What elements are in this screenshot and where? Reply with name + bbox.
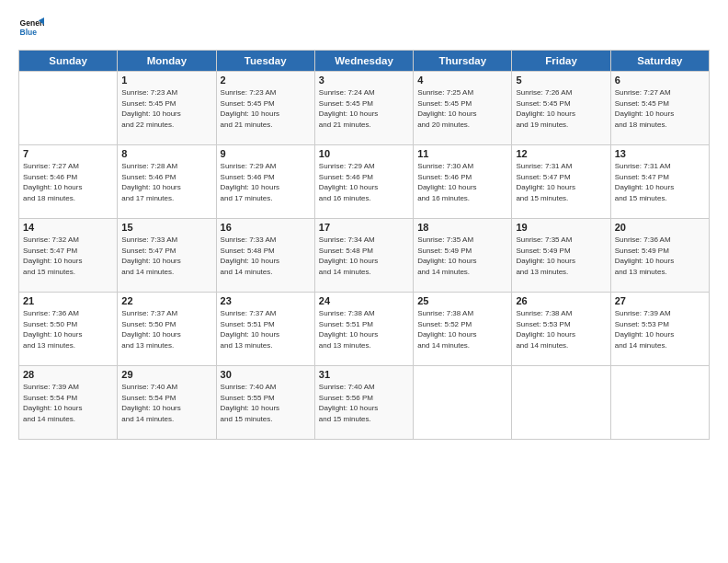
day-info: Sunrise: 7:40 AM Sunset: 5:54 PM Dayligh… xyxy=(121,382,211,424)
calendar-cell: 29Sunrise: 7:40 AM Sunset: 5:54 PM Dayli… xyxy=(118,366,216,440)
day-info: Sunrise: 7:33 AM Sunset: 5:47 PM Dayligh… xyxy=(121,235,211,277)
day-info: Sunrise: 7:28 AM Sunset: 5:46 PM Dayligh… xyxy=(121,161,211,203)
day-info: Sunrise: 7:37 AM Sunset: 5:51 PM Dayligh… xyxy=(221,308,311,350)
day-number: 14 xyxy=(23,222,113,233)
day-number: 4 xyxy=(417,75,507,86)
day-info: Sunrise: 7:33 AM Sunset: 5:48 PM Dayligh… xyxy=(221,235,311,277)
weekday-header-wednesday: Wednesday xyxy=(314,51,413,72)
day-info: Sunrise: 7:31 AM Sunset: 5:47 PM Dayligh… xyxy=(615,161,705,203)
day-number: 12 xyxy=(516,148,606,159)
day-info: Sunrise: 7:38 AM Sunset: 5:53 PM Dayligh… xyxy=(516,308,606,350)
calendar-cell: 14Sunrise: 7:32 AM Sunset: 5:47 PM Dayli… xyxy=(19,219,118,293)
calendar-cell: 24Sunrise: 7:38 AM Sunset: 5:51 PM Dayli… xyxy=(314,293,413,366)
calendar-cell: 16Sunrise: 7:33 AM Sunset: 5:48 PM Dayli… xyxy=(216,219,314,293)
calendar-cell: 5Sunrise: 7:26 AM Sunset: 5:45 PM Daylig… xyxy=(512,72,610,145)
calendar-cell: 31Sunrise: 7:40 AM Sunset: 5:56 PM Dayli… xyxy=(314,366,413,440)
weekday-header-tuesday: Tuesday xyxy=(216,51,314,72)
day-number: 25 xyxy=(417,295,507,306)
day-info: Sunrise: 7:40 AM Sunset: 5:55 PM Dayligh… xyxy=(221,382,311,424)
day-number: 9 xyxy=(221,148,311,159)
calendar-cell: 26Sunrise: 7:38 AM Sunset: 5:53 PM Dayli… xyxy=(512,293,610,366)
day-info: Sunrise: 7:34 AM Sunset: 5:48 PM Dayligh… xyxy=(319,235,409,277)
day-info: Sunrise: 7:39 AM Sunset: 5:53 PM Dayligh… xyxy=(615,308,705,350)
day-number: 1 xyxy=(121,75,211,86)
calendar-cell: 11Sunrise: 7:30 AM Sunset: 5:46 PM Dayli… xyxy=(414,145,512,219)
day-info: Sunrise: 7:36 AM Sunset: 5:50 PM Dayligh… xyxy=(23,308,113,350)
day-info: Sunrise: 7:35 AM Sunset: 5:49 PM Dayligh… xyxy=(417,235,507,277)
calendar-cell: 6Sunrise: 7:27 AM Sunset: 5:45 PM Daylig… xyxy=(610,72,709,145)
logo: General Blue xyxy=(18,15,48,40)
day-info: Sunrise: 7:32 AM Sunset: 5:47 PM Dayligh… xyxy=(23,235,113,277)
calendar-cell: 9Sunrise: 7:29 AM Sunset: 5:46 PM Daylig… xyxy=(216,145,314,219)
calendar-cell: 17Sunrise: 7:34 AM Sunset: 5:48 PM Dayli… xyxy=(314,219,413,293)
calendar-cell: 19Sunrise: 7:35 AM Sunset: 5:49 PM Dayli… xyxy=(512,219,610,293)
calendar-table: SundayMondayTuesdayWednesdayThursdayFrid… xyxy=(18,50,710,440)
day-number: 5 xyxy=(516,75,606,86)
weekday-header-thursday: Thursday xyxy=(414,51,512,72)
day-info: Sunrise: 7:29 AM Sunset: 5:46 PM Dayligh… xyxy=(319,161,409,203)
day-number: 7 xyxy=(23,148,113,159)
day-number: 10 xyxy=(319,148,409,159)
calendar-cell: 1Sunrise: 7:23 AM Sunset: 5:45 PM Daylig… xyxy=(118,72,216,145)
calendar-cell: 25Sunrise: 7:38 AM Sunset: 5:52 PM Dayli… xyxy=(414,293,512,366)
day-number: 30 xyxy=(221,369,311,380)
calendar-cell: 12Sunrise: 7:31 AM Sunset: 5:47 PM Dayli… xyxy=(512,145,610,219)
day-number: 13 xyxy=(615,148,705,159)
day-info: Sunrise: 7:27 AM Sunset: 5:45 PM Dayligh… xyxy=(615,87,705,130)
weekday-header-sunday: Sunday xyxy=(19,51,118,72)
day-number: 17 xyxy=(319,222,409,233)
day-info: Sunrise: 7:40 AM Sunset: 5:56 PM Dayligh… xyxy=(319,382,409,424)
calendar-cell: 23Sunrise: 7:37 AM Sunset: 5:51 PM Dayli… xyxy=(216,293,314,366)
day-number: 20 xyxy=(615,222,705,233)
day-info: Sunrise: 7:37 AM Sunset: 5:50 PM Dayligh… xyxy=(121,308,211,350)
svg-text:Blue: Blue xyxy=(20,28,38,37)
day-number: 6 xyxy=(615,75,705,86)
page-header: General Blue xyxy=(18,15,710,40)
calendar-cell: 27Sunrise: 7:39 AM Sunset: 5:53 PM Dayli… xyxy=(610,293,709,366)
day-number: 15 xyxy=(121,222,211,233)
day-number: 11 xyxy=(417,148,507,159)
day-number: 24 xyxy=(319,295,409,306)
day-info: Sunrise: 7:23 AM Sunset: 5:45 PM Dayligh… xyxy=(221,87,311,130)
day-info: Sunrise: 7:36 AM Sunset: 5:49 PM Dayligh… xyxy=(615,235,705,277)
day-info: Sunrise: 7:29 AM Sunset: 5:46 PM Dayligh… xyxy=(221,161,311,203)
calendar-cell: 2Sunrise: 7:23 AM Sunset: 5:45 PM Daylig… xyxy=(216,72,314,145)
day-number: 2 xyxy=(221,75,311,86)
day-info: Sunrise: 7:35 AM Sunset: 5:49 PM Dayligh… xyxy=(516,235,606,277)
calendar-cell: 15Sunrise: 7:33 AM Sunset: 5:47 PM Dayli… xyxy=(118,219,216,293)
day-number: 21 xyxy=(23,295,113,306)
calendar-cell: 4Sunrise: 7:25 AM Sunset: 5:45 PM Daylig… xyxy=(414,72,512,145)
calendar-cell: 8Sunrise: 7:28 AM Sunset: 5:46 PM Daylig… xyxy=(118,145,216,219)
day-number: 8 xyxy=(121,148,211,159)
weekday-header-monday: Monday xyxy=(118,51,216,72)
day-number: 28 xyxy=(23,369,113,380)
day-number: 31 xyxy=(319,369,409,380)
day-info: Sunrise: 7:38 AM Sunset: 5:52 PM Dayligh… xyxy=(417,308,507,350)
day-info: Sunrise: 7:25 AM Sunset: 5:45 PM Dayligh… xyxy=(417,87,507,130)
calendar-cell xyxy=(512,366,610,440)
weekday-header-friday: Friday xyxy=(512,51,610,72)
calendar-cell xyxy=(610,366,709,440)
calendar-cell xyxy=(414,366,512,440)
day-number: 16 xyxy=(221,222,311,233)
calendar-cell: 30Sunrise: 7:40 AM Sunset: 5:55 PM Dayli… xyxy=(216,366,314,440)
day-number: 3 xyxy=(319,75,409,86)
calendar-cell: 28Sunrise: 7:39 AM Sunset: 5:54 PM Dayli… xyxy=(19,366,118,440)
day-number: 23 xyxy=(221,295,311,306)
calendar-cell: 18Sunrise: 7:35 AM Sunset: 5:49 PM Dayli… xyxy=(414,219,512,293)
day-number: 22 xyxy=(121,295,211,306)
day-number: 29 xyxy=(121,369,211,380)
calendar-cell: 3Sunrise: 7:24 AM Sunset: 5:45 PM Daylig… xyxy=(314,72,413,145)
day-info: Sunrise: 7:27 AM Sunset: 5:46 PM Dayligh… xyxy=(23,161,113,203)
day-number: 26 xyxy=(516,295,606,306)
day-info: Sunrise: 7:39 AM Sunset: 5:54 PM Dayligh… xyxy=(23,382,113,424)
calendar-cell: 22Sunrise: 7:37 AM Sunset: 5:50 PM Dayli… xyxy=(118,293,216,366)
day-info: Sunrise: 7:31 AM Sunset: 5:47 PM Dayligh… xyxy=(516,161,606,203)
day-info: Sunrise: 7:23 AM Sunset: 5:45 PM Dayligh… xyxy=(121,87,211,130)
calendar-cell: 20Sunrise: 7:36 AM Sunset: 5:49 PM Dayli… xyxy=(610,219,709,293)
calendar-cell: 7Sunrise: 7:27 AM Sunset: 5:46 PM Daylig… xyxy=(19,145,118,219)
calendar-cell: 13Sunrise: 7:31 AM Sunset: 5:47 PM Dayli… xyxy=(610,145,709,219)
logo-icon: General Blue xyxy=(18,15,44,40)
day-info: Sunrise: 7:26 AM Sunset: 5:45 PM Dayligh… xyxy=(516,87,606,130)
calendar-cell xyxy=(19,72,118,145)
